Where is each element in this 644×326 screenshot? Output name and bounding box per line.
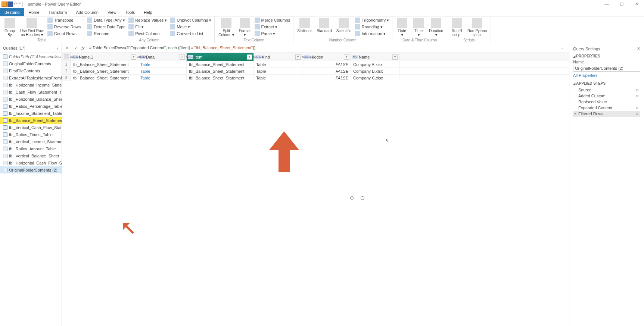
cell[interactable]: tbl_Balance_Sheet_Statement — [187, 61, 254, 68]
query-item[interactable]: tbl_Horizontal_Balance_Sheet… — [0, 95, 62, 103]
column-header[interactable]: ABC123Data⤢ — [138, 53, 187, 61]
ribbon-button[interactable]: GroupBy — [2, 17, 17, 38]
cell[interactable]: Company C.xlsx — [351, 75, 399, 81]
query-item[interactable]: tbl_Ratios_Times_Table — [0, 131, 62, 138]
cell[interactable]: tbl_Balance_Sheet_Statement — [71, 61, 138, 68]
query-item[interactable]: tbl_Vertical_Income_Stateme… — [0, 138, 62, 145]
cell[interactable]: FALSE — [302, 68, 351, 74]
gear-icon[interactable]: ⚙ — [635, 106, 639, 110]
ribbon-button[interactable]: Replace Values ▾ — [128, 17, 168, 23]
query-name-input[interactable] — [573, 65, 640, 72]
tab-home[interactable]: Home — [24, 8, 44, 16]
delete-step-icon[interactable]: ✕ — [574, 112, 577, 116]
ribbon-button[interactable]: Reverse Rows — [47, 24, 82, 30]
ribbon-button[interactable]: Move ▾ — [169, 24, 212, 30]
ribbon-button[interactable]: Run Rscript — [449, 17, 464, 38]
applied-step[interactable]: Added Custom⚙ — [573, 93, 640, 99]
cell[interactable]: Table — [138, 75, 187, 81]
ribbon-button[interactable]: Detect Data Type — [86, 24, 126, 30]
row-number[interactable]: 1 — [62, 61, 71, 68]
cell[interactable]: Table — [138, 61, 187, 68]
save-icon[interactable] — [7, 1, 13, 7]
cell[interactable]: FALSE — [302, 61, 351, 68]
ribbon-button[interactable]: Transpose — [47, 17, 82, 23]
table-row[interactable]: 2tbl_Balance_Sheet_StatementTabletbl_Bal… — [62, 68, 569, 75]
tab-view[interactable]: View — [103, 8, 121, 16]
column-header[interactable]: ABC123Kind▾ — [254, 53, 302, 61]
column-filter-icon[interactable]: ▾ — [392, 54, 398, 60]
applied-step[interactable]: Source⚙ — [573, 87, 640, 93]
cell[interactable]: FALSE — [302, 75, 351, 81]
ribbon-button[interactable]: Rounding ▾ — [354, 24, 390, 30]
ribbon-button[interactable]: Count Rows — [47, 31, 82, 37]
query-item[interactable]: tbl_Ratios_Percentage_Table — [0, 103, 62, 110]
query-item[interactable]: ExtractAllTablesNamesFromFi… — [0, 74, 62, 81]
ribbon-button[interactable]: Fill ▾ — [128, 24, 168, 30]
datatype-icon[interactable]: ABC123 — [255, 55, 261, 59]
cell[interactable]: tbl_Balance_Sheet_Statement — [71, 68, 138, 74]
row-number[interactable]: 3 — [62, 75, 71, 81]
query-item[interactable]: tbl_Balance_Sheet_Statement… — [0, 117, 62, 124]
cancel-formula-icon[interactable]: ✕ — [63, 45, 70, 51]
column-filter-icon[interactable]: ▾ — [295, 54, 301, 60]
ribbon-button[interactable]: Duration▾ — [427, 17, 445, 38]
data-grid[interactable]: ABC123Name.1▾ABC123Data⤢ABC123Item▼ABC12… — [62, 53, 569, 326]
query-item[interactable]: tbl_Income_Statement_Table — [0, 110, 62, 117]
query-item[interactable]: tbl_Vertical_Balance_Sheet_Ta… — [0, 152, 62, 159]
ribbon-button[interactable]: Unpivot Columns ▾ — [169, 17, 212, 23]
tab-tools[interactable]: Tools — [121, 8, 140, 16]
query-item[interactable]: FolderPath (C:\Users\melissa\… — [0, 53, 62, 60]
fx-icon[interactable]: fx — [81, 46, 85, 50]
cell[interactable]: Table — [254, 68, 302, 74]
applied-step[interactable]: ✕Filtered Rows⚙ — [573, 111, 640, 117]
close-settings-icon[interactable]: ✕ — [637, 46, 640, 51]
ribbon-button[interactable]: Date▾ — [395, 17, 410, 38]
column-header[interactable]: ABC123Name.1▾ — [71, 53, 138, 61]
tab-transform[interactable]: Transform — [44, 8, 72, 16]
column-filter-icon[interactable]: ⤢ — [180, 54, 185, 60]
formula-input[interactable]: = Table.SelectRows(#"Expanded Content", … — [87, 45, 559, 51]
gear-icon[interactable]: ⚙ — [635, 94, 639, 98]
collapse-icon[interactable]: ‹ — [57, 45, 59, 51]
accept-formula-icon[interactable]: ✓ — [72, 45, 79, 51]
datatype-icon[interactable]: ABC123 — [188, 55, 193, 59]
column-header[interactable]: ABC123Item▼ — [187, 53, 254, 61]
applied-step[interactable]: Replaced Value — [573, 99, 640, 105]
all-properties-link[interactable]: All Properties — [573, 73, 640, 78]
ribbon-button[interactable]: Information ▾ — [354, 31, 390, 37]
cell[interactable]: Table — [254, 75, 302, 81]
query-item[interactable]: OriginalFolderContents (2) — [0, 166, 62, 173]
cell[interactable]: Table — [138, 68, 187, 74]
ribbon-button[interactable]: Format▾ — [237, 17, 252, 38]
cell[interactable]: tbl_Balance_Sheet_Statement — [187, 68, 254, 74]
cell[interactable]: tbl_Balance_Sheet_Statement — [187, 75, 254, 81]
datatype-icon[interactable]: AᵇC — [352, 55, 358, 59]
query-item[interactable]: tbl_Vertical_Cash_Flow_State… — [0, 124, 62, 131]
datatype-icon[interactable]: ABC123 — [304, 55, 309, 59]
column-header[interactable]: ABC123Hidden▾ — [302, 53, 351, 61]
ribbon-button[interactable]: Data Type: Any ▾ — [86, 17, 126, 23]
query-item[interactable]: tbl_Horizontal_Income_State… — [0, 81, 62, 88]
ribbon-button[interactable]: Time▾ — [411, 17, 426, 38]
column-filter-icon[interactable]: ▾ — [344, 54, 349, 60]
gear-icon[interactable]: ⚙ — [635, 88, 639, 92]
ribbon-button[interactable]: Trigonometry ▾ — [354, 17, 390, 23]
tab-add-column[interactable]: Add Column — [71, 8, 103, 16]
redo-icon[interactable]: ↷ — [18, 1, 21, 6]
cell[interactable]: Company A.xlsx — [351, 61, 399, 68]
ribbon-button[interactable]: SplitColumn ▾ — [217, 17, 236, 38]
query-item[interactable]: tbl_Cash_Flow_Statement_Ta… — [0, 88, 62, 95]
ribbon-button[interactable]: Use First Rowas Headers ▾ — [19, 17, 45, 38]
column-header[interactable]: AᵇCName▾ — [351, 53, 399, 61]
undo-icon[interactable]: ↶ — [13, 1, 17, 6]
expand-formula-icon[interactable]: ⌄ — [561, 46, 567, 50]
ribbon-button[interactable]: Convert to List — [169, 31, 212, 37]
ribbon-button[interactable]: Run Pythonscript — [466, 17, 488, 38]
table-row[interactable]: 3tbl_Balance_Sheet_StatementTabletbl_Bal… — [62, 75, 569, 81]
column-filter-icon[interactable]: ▾ — [131, 54, 136, 60]
maximize-button[interactable]: ▢ — [614, 0, 629, 8]
ribbon-button[interactable]: Merge Columns — [254, 17, 291, 23]
cell[interactable]: tbl_Balance_Sheet_Statement — [71, 75, 138, 81]
ribbon-button[interactable]: Extract ▾ — [254, 24, 291, 30]
ribbon-button[interactable]: Parse ▾ — [254, 31, 291, 37]
